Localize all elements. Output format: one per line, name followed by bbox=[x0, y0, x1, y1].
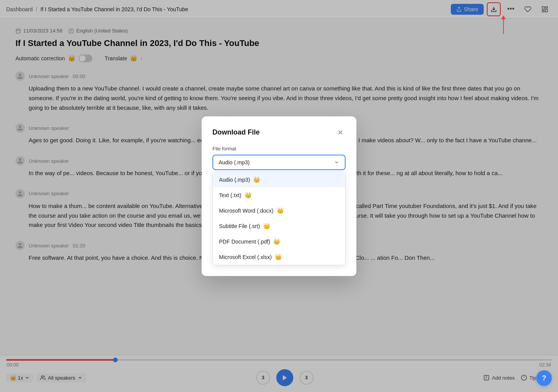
option-label: Subtitle File (.srt) bbox=[219, 223, 260, 229]
format-option[interactable]: PDF Document (.pdf)👑 bbox=[213, 234, 345, 249]
crown-icon: 👑 bbox=[273, 238, 281, 245]
option-label: Microsoft Word (.docx) bbox=[219, 208, 274, 214]
option-label: PDF Document (.pdf) bbox=[219, 239, 270, 245]
modal-close-button[interactable]: ✕ bbox=[335, 127, 346, 138]
crown-icon: 👑 bbox=[263, 223, 270, 230]
help-icon: ? bbox=[542, 374, 546, 382]
format-dropdown: Audio (.mp3)👑Text (.txt)👑Microsoft Word … bbox=[212, 172, 346, 265]
select-chevron-icon bbox=[334, 160, 339, 165]
option-label: Microsoft Excel (.xlsx) bbox=[219, 254, 272, 260]
crown-icon: 👑 bbox=[277, 207, 284, 214]
format-option[interactable]: Microsoft Word (.docx)👑 bbox=[213, 203, 345, 218]
annotation-arrow bbox=[503, 19, 504, 34]
select-selected[interactable]: Audio (.mp3) bbox=[213, 155, 345, 169]
option-label: Audio (.mp3) bbox=[219, 177, 250, 183]
crown-icon: 👑 bbox=[275, 254, 282, 261]
format-select[interactable]: Audio (.mp3) bbox=[212, 155, 346, 170]
download-modal: Download File ✕ File format Audio (.mp3)… bbox=[202, 116, 356, 276]
selected-option-label: Audio (.mp3) bbox=[219, 159, 250, 165]
modal-backdrop[interactable]: Download File ✕ File format Audio (.mp3)… bbox=[0, 0, 558, 392]
modal-title: Download File bbox=[212, 128, 260, 136]
format-option[interactable]: Subtitle File (.srt)👑 bbox=[213, 218, 345, 234]
crown-icon: 👑 bbox=[253, 176, 260, 183]
help-button[interactable]: ? bbox=[536, 370, 552, 386]
crown-icon: 👑 bbox=[245, 192, 252, 199]
format-label: File format bbox=[212, 146, 346, 152]
option-label: Text (.txt) bbox=[219, 192, 241, 198]
modal-header: Download File ✕ bbox=[212, 127, 346, 138]
format-option[interactable]: Audio (.mp3)👑 bbox=[213, 172, 345, 187]
format-option[interactable]: Microsoft Excel (.xlsx)👑 bbox=[213, 249, 345, 265]
format-option[interactable]: Text (.txt)👑 bbox=[213, 187, 345, 203]
